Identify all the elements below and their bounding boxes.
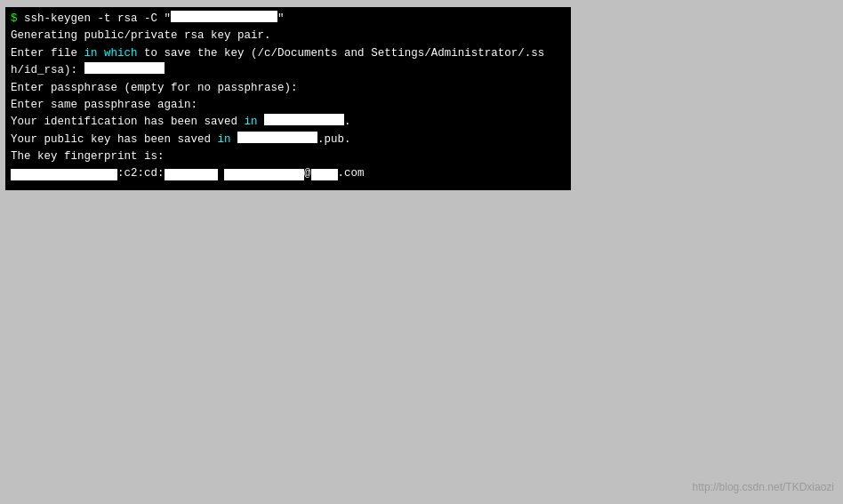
command-line: $ ssh-keygen -t rsa -C " " (11, 11, 566, 28)
fingerprint-space (218, 165, 225, 182)
generating-line: Generating public/private rsa key pair. (11, 28, 566, 44)
pubkey-text2 (231, 132, 238, 148)
redacted-fingerprint-user (224, 169, 304, 180)
fingerprint-header-text: The key fingerprint is: (11, 148, 165, 165)
enter-file-text3: to save the key (/c/Documents (138, 45, 345, 62)
redacted-id-path (264, 114, 344, 125)
identification-dot: . (344, 114, 351, 131)
redacted-email (171, 11, 277, 22)
generating-text: Generating public/private rsa key pair. (11, 28, 271, 44)
fingerprint-header: The key fingerprint is: (11, 148, 566, 165)
fingerprint-domain: .com (338, 165, 365, 182)
redacted-path (84, 62, 165, 74)
enter-file-text4: Settings/Administrator/.ss (365, 45, 545, 62)
id-rsa-text: h/id_rsa): (11, 62, 84, 79)
identification-text2 (258, 114, 265, 131)
pubkey-line: Your public key has been saved in .pub. (11, 132, 566, 148)
prompt-symbol: $ (11, 11, 24, 28)
enter-file-text1: Enter file (11, 45, 84, 62)
watermark-url: http://blog.csdn.net/TKDxiaozi (693, 481, 834, 493)
passphrase-text: Enter passphrase (empty for no passphras… (11, 80, 298, 97)
fingerprint-value-line: :c2:cd: @ .com (11, 165, 566, 182)
fingerprint-at: @ (304, 165, 311, 182)
in-keyword2: in (245, 114, 258, 131)
redacted-fingerprint-mid (165, 169, 218, 180)
redacted-fingerprint-host (311, 169, 338, 180)
enter-file-text2 (98, 45, 105, 62)
terminal-window: $ ssh-keygen -t rsa -C " " Generating pu… (5, 7, 571, 190)
id-rsa-line: h/id_rsa): (11, 62, 566, 79)
pubkey-text: Your public key has been saved (11, 132, 218, 148)
pubkey-suffix: .pub. (317, 132, 351, 148)
in-keyword: in (84, 45, 98, 62)
same-passphrase-text: Enter same passphrase again: (11, 97, 197, 114)
command-quote-close: " (277, 11, 285, 28)
same-passphrase-line: Enter same passphrase again: (11, 97, 566, 114)
in-keyword3: in (218, 132, 231, 148)
command-text: ssh-keygen -t rsa -C " (24, 11, 171, 28)
and-keyword: and (344, 45, 365, 62)
redacted-fingerprint-start (11, 169, 117, 180)
identification-text: Your identification has been saved (11, 114, 245, 131)
identification-line: Your identification has been saved in . (11, 114, 566, 131)
which-keyword: which (104, 45, 138, 62)
enter-file-line: Enter file in which to save the key (/c/… (11, 45, 566, 62)
passphrase-line: Enter passphrase (empty for no passphras… (11, 80, 566, 97)
redacted-pub-path (237, 132, 317, 143)
fingerprint-mid: :c2:cd: (117, 165, 165, 182)
